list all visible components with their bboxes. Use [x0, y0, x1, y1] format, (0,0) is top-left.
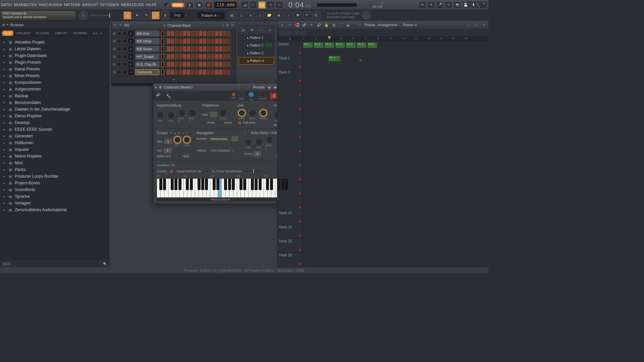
poly-max[interactable] — [210, 112, 217, 117]
ch-route[interactable]: --- — [128, 69, 133, 75]
ch-route[interactable]: 1 — [128, 39, 133, 44]
step-sequencer[interactable] — [167, 39, 230, 44]
loop-icon[interactable]: ↻ — [276, 1, 283, 9]
chrack-back-icon[interactable]: ↶ — [114, 23, 117, 27]
tree-item[interactable]: ▸▣Backup — [0, 93, 109, 99]
playlist-track-header[interactable]: Track 13 — [277, 210, 303, 225]
channel-row[interactable]: ---Castanets — [112, 68, 236, 76]
k-pan[interactable] — [157, 112, 164, 119]
track-mute-led[interactable] — [299, 178, 301, 181]
chset-presets[interactable]: Presets — [253, 85, 265, 89]
channel-row[interactable]: 1HIP_Snaph — [112, 53, 236, 61]
time-display[interactable]: 0:04:36 — [288, 1, 311, 9]
view-browser-icon[interactable]: 📁 — [265, 11, 273, 19]
mute-led[interactable] — [113, 55, 116, 58]
minimize-button[interactable]: — — [467, 1, 473, 6]
menu-hilfe[interactable]: HILFE — [146, 3, 157, 7]
channel-name[interactable]: 808 Kick — [135, 31, 159, 37]
track-mute-led[interactable] — [299, 65, 301, 68]
playlist-track-header[interactable] — [277, 98, 303, 112]
r-haupt[interactable] — [170, 170, 173, 173]
black-key[interactable] — [259, 179, 262, 190]
view-undo-icon[interactable]: ↶ — [303, 11, 311, 19]
pattern-item[interactable]: ⋮⋮▸ Pattern 3 — [238, 49, 274, 57]
ch-vol-knob[interactable] — [122, 62, 127, 67]
track-mute-led[interactable] — [299, 192, 301, 195]
master-volume-slider[interactable] — [90, 15, 110, 16]
von-val[interactable]: 1 — [164, 148, 171, 153]
tree-item[interactable]: ▸▣Demo-Projekte — [0, 113, 109, 119]
black-key[interactable] — [255, 179, 258, 190]
play-button[interactable] — [186, 2, 194, 8]
grp-eq-icon[interactable]: ≡ — [182, 131, 183, 135]
black-key[interactable] — [171, 179, 174, 190]
tree-item[interactable]: ▸▣Plugin-Datenbank — [0, 52, 109, 59]
snap-value[interactable]: Step — [170, 12, 184, 18]
view-tempo-icon[interactable]: ♪ — [284, 11, 292, 19]
chrack-menu-icon[interactable]: ≡ — [163, 23, 165, 27]
pl-title[interactable]: Playlist - Arrangement — [365, 23, 397, 27]
k-emody[interactable] — [266, 136, 273, 143]
menu-bearbeiten[interactable]: BEARBEITEN — [14, 3, 37, 7]
ch-pan-knob[interactable] — [117, 54, 121, 59]
browser-tab-alle[interactable]: ALLE — [2, 31, 13, 36]
pan-mini-knob[interactable] — [239, 92, 244, 97]
playlist-clip[interactable] — [336, 59, 339, 62]
enable-led[interactable] — [232, 93, 235, 96]
black-key[interactable] — [186, 179, 189, 190]
countdown-icon[interactable]: 3·2 — [258, 1, 266, 9]
view-shop-icon[interactable]: 🛒 — [312, 11, 320, 19]
undo-history-icon[interactable]: ⟳ — [419, 1, 426, 9]
black-key[interactable] — [243, 179, 246, 190]
r-fullporta[interactable] — [238, 121, 241, 124]
view-mixer-icon[interactable]: ⎍ — [256, 11, 264, 19]
tree-item[interactable]: ▸▣Hüllkurven — [0, 139, 109, 146]
track-mute-led[interactable] — [299, 164, 301, 167]
track-mute-led[interactable] — [299, 79, 301, 82]
vol-knob[interactable] — [248, 91, 255, 98]
menu-ansicht[interactable]: ANSICHT — [82, 3, 98, 7]
track-mute-led[interactable] — [299, 122, 301, 124]
tree-item[interactable]: ▸▣Zerschnittenes Audiomaterial — [0, 206, 109, 213]
browser-options-icon[interactable]: ▾ — [7, 23, 8, 26]
browser-tags[interactable]: TAGS — [2, 262, 11, 266]
record-button[interactable] — [205, 2, 212, 8]
mute-led[interactable] — [113, 63, 116, 66]
ch-pan-knob[interactable] — [117, 62, 121, 67]
black-key[interactable] — [201, 179, 204, 190]
black-key[interactable] — [228, 179, 231, 190]
black-key[interactable] — [281, 179, 284, 190]
chset-menu-icon[interactable]: ▸ — [155, 85, 157, 89]
tree-item[interactable]: ▸▣Letzte Dateien — [0, 46, 109, 52]
black-key[interactable] — [277, 179, 280, 190]
speaker-icon[interactable]: 🔊 — [156, 93, 163, 99]
pl-grid-icon[interactable]: ▦ — [331, 23, 336, 27]
black-key[interactable] — [190, 179, 193, 190]
pat-move-icon[interactable]: ✥ — [251, 28, 254, 32]
black-key[interactable] — [216, 179, 219, 190]
pl-tool-cut[interactable] — [293, 30, 299, 35]
playlist-track-header[interactable] — [277, 84, 303, 98]
channel-row[interactable]: 1808 Kick — [112, 30, 236, 38]
channel-name[interactable]: Castanets — [135, 69, 159, 75]
chset-gear-icon[interactable]: ⚙ — [159, 85, 162, 89]
track-mute-led[interactable] — [299, 248, 301, 251]
black-key[interactable] — [178, 179, 181, 190]
stop-button[interactable] — [196, 2, 203, 8]
step-sequencer[interactable] — [167, 54, 230, 59]
k-zeit[interactable] — [174, 136, 181, 143]
black-key[interactable] — [232, 179, 235, 190]
snap-arrow-icon[interactable]: ➤ — [133, 11, 141, 19]
track-mute-led[interactable] — [299, 108, 301, 110]
pl-pattern[interactable]: Pattern 4 — [403, 23, 417, 27]
pl-full-icon[interactable]: ⛶ — [338, 23, 344, 27]
black-key[interactable] — [224, 179, 227, 190]
grp-up-icon[interactable]: ▴ — [174, 131, 176, 135]
k-feed[interactable] — [245, 138, 252, 146]
r-mono[interactable] — [219, 121, 222, 124]
playlist-clip[interactable]: Pa..2 — [314, 42, 324, 48]
iden-val[interactable]: 1 — [164, 139, 172, 144]
pl-snd-icon[interactable]: 🔊 — [316, 23, 322, 27]
black-key[interactable] — [266, 179, 269, 190]
pattern-item[interactable]: ⋮⋮▸ Pattern 2 — [238, 42, 274, 49]
